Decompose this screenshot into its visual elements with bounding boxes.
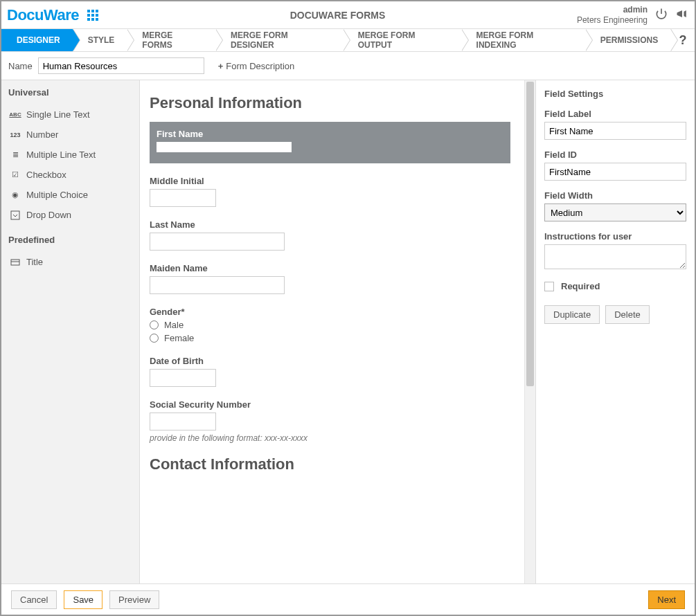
delete-button[interactable]: Delete — [605, 305, 650, 324]
abc-icon: ABC — [10, 111, 21, 118]
selected-field-first-name[interactable]: First Name — [150, 122, 510, 163]
palette-item-label: Drop Down — [26, 210, 71, 220]
username: admin — [577, 5, 648, 15]
lines-icon: ≣ — [10, 150, 21, 159]
field-id-input[interactable] — [544, 163, 686, 181]
palette-item-label: Checkbox — [26, 170, 66, 180]
scrollbar-thumb[interactable] — [526, 82, 534, 386]
logo[interactable]: DocuWare — [7, 6, 79, 24]
first-name-input[interactable] — [157, 142, 292, 152]
field-palette: Universal ABC Single Line Text 123 Numbe… — [1, 80, 140, 583]
required-row[interactable]: Required — [544, 281, 686, 291]
svg-rect-1 — [11, 260, 19, 265]
title-icon — [10, 257, 21, 267]
canvas-scrollbar[interactable] — [524, 80, 535, 583]
label-instructions: Instructions for user — [544, 231, 686, 242]
field-label: Maiden Name — [150, 263, 510, 273]
palette-item-label: Title — [26, 257, 43, 267]
field-label: Gender* — [150, 307, 510, 317]
palette-number[interactable]: 123 Number — [8, 125, 132, 145]
step-merge-form-output[interactable]: MERGE FORM OUTPUT — [343, 29, 461, 51]
radio-icon: ◉ — [10, 190, 21, 199]
field-label: Social Security Number — [150, 399, 510, 410]
step-designer[interactable]: DESIGNER — [1, 29, 73, 51]
gender-option-female[interactable]: Female — [150, 333, 510, 343]
section-heading-contact: Contact Information — [150, 455, 510, 473]
form-canvas[interactable]: Personal Information First Name Middle I… — [140, 80, 524, 583]
megaphone-icon[interactable] — [675, 7, 689, 23]
dob-input[interactable] — [150, 369, 216, 387]
step-merge-form-designer[interactable]: MERGE FORM DESIGNER — [215, 29, 343, 51]
palette-item-label: Number — [26, 129, 58, 140]
user-info: admin Peters Engineering — [577, 5, 648, 25]
radio-label: Male — [164, 320, 184, 330]
topbar: DocuWare DOCUWARE FORMS admin Peters Eng… — [1, 1, 695, 29]
form-description-label: Form Description — [226, 61, 294, 71]
field-label: Date of Birth — [150, 356, 510, 366]
required-label: Required — [561, 281, 600, 291]
form-name-input[interactable] — [38, 57, 204, 74]
palette-multiple-choice[interactable]: ◉ Multiple Choice — [8, 185, 132, 205]
field-ssn[interactable]: Social Security Number provide in the fo… — [150, 399, 510, 443]
save-button[interactable]: Save — [64, 590, 102, 609]
palette-section-predefined: Predefined — [8, 235, 132, 245]
ssn-hint: provide in the following format: xxx-xx-… — [150, 433, 510, 443]
field-maiden-name[interactable]: Maiden Name — [150, 263, 510, 294]
field-settings-panel: Field Settings Field Label Field ID Fiel… — [535, 80, 695, 583]
step-merge-form-indexing[interactable]: MERGE FORM INDEXING — [461, 29, 585, 51]
field-middle-initial[interactable]: Middle Initial — [150, 176, 510, 207]
palette-section-universal: Universal — [8, 87, 132, 98]
dropdown-icon — [10, 210, 21, 220]
next-button[interactable]: Next — [648, 590, 685, 609]
duplicate-button[interactable]: Duplicate — [544, 305, 600, 324]
palette-item-label: Multiple Choice — [26, 190, 88, 200]
canvas-wrap: Personal Information First Name Middle I… — [140, 80, 535, 583]
middle-initial-input[interactable] — [150, 189, 216, 207]
settings-buttons: Duplicate Delete — [544, 305, 686, 324]
cancel-button[interactable]: Cancel — [11, 590, 57, 609]
field-width-select[interactable]: Medium — [544, 203, 686, 221]
label-field-id: Field ID — [544, 150, 686, 160]
field-label: Last Name — [150, 219, 510, 230]
apps-grid-icon[interactable] — [87, 10, 98, 21]
required-checkbox[interactable] — [544, 282, 554, 291]
field-dob[interactable]: Date of Birth — [150, 356, 510, 387]
label-field-width: Field Width — [544, 190, 686, 201]
field-label-input[interactable] — [544, 122, 686, 140]
last-name-input[interactable] — [150, 233, 285, 251]
field-label: First Name — [157, 129, 503, 139]
radio-male[interactable] — [150, 320, 159, 329]
palette-title[interactable]: Title — [8, 252, 132, 272]
step-permissions[interactable]: PERMISSIONS — [585, 29, 670, 51]
field-label: Middle Initial — [150, 176, 510, 186]
section-heading-personal: Personal Information — [150, 94, 510, 112]
palette-drop-down[interactable]: Drop Down — [8, 205, 132, 225]
name-label: Name — [8, 61, 33, 71]
form-name-row: Name + Form Description — [1, 52, 695, 80]
field-gender[interactable]: Gender* Male Female — [150, 307, 510, 343]
ssn-input[interactable] — [150, 413, 216, 431]
palette-item-label: Multiple Line Text — [26, 150, 96, 160]
123-icon: 123 — [10, 132, 21, 138]
svg-rect-0 — [11, 211, 19, 219]
preview-button[interactable]: Preview — [109, 590, 159, 609]
palette-multiple-line-text[interactable]: ≣ Multiple Line Text — [8, 145, 132, 165]
form-description-toggle[interactable]: + Form Description — [218, 61, 295, 71]
settings-title: Field Settings — [544, 89, 686, 99]
plus-icon: + — [218, 61, 224, 71]
palette-single-line-text[interactable]: ABC Single Line Text — [8, 105, 132, 125]
label-field-label: Field Label — [544, 109, 686, 119]
step-style[interactable]: STYLE — [73, 29, 127, 51]
palette-checkbox[interactable]: ☑ Checkbox — [8, 165, 132, 185]
org-name: Peters Engineering — [577, 15, 648, 25]
step-merge-forms[interactable]: MERGE FORMS — [127, 29, 215, 51]
maiden-name-input[interactable] — [150, 276, 285, 294]
instructions-input[interactable] — [544, 244, 686, 269]
power-icon[interactable] — [654, 7, 668, 23]
wizard-steps: DESIGNER STYLE MERGE FORMS MERGE FORM DE… — [1, 29, 695, 52]
radio-label: Female — [164, 333, 194, 343]
radio-female[interactable] — [150, 334, 159, 343]
field-last-name[interactable]: Last Name — [150, 219, 510, 251]
palette-item-label: Single Line Text — [26, 109, 90, 120]
gender-option-male[interactable]: Male — [150, 320, 510, 330]
